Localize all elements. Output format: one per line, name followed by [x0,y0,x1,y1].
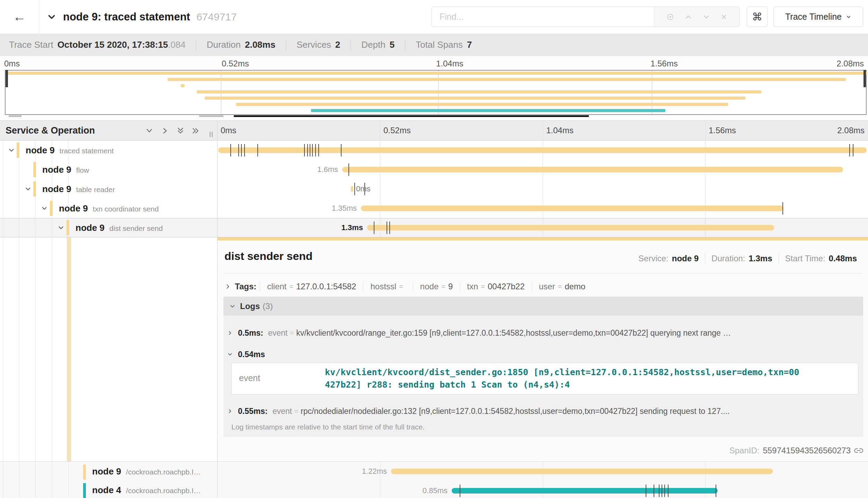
log-value: rpc/nodedialer/nodedialer.go:132 [n9,cli… [301,407,729,416]
trace-id: 6749717 [196,11,237,23]
row-chevron-down-icon[interactable] [8,146,15,154]
summary-services: Services 2 [296,39,351,51]
detail-accent-strip [217,237,868,241]
log-chevron-right-icon [227,408,233,414]
log-row-1[interactable]: 0.5ms: event = kv/kvclient/kvcoord/range… [227,325,861,341]
span-id-value: 5597415943526560273 [763,446,851,455]
tag-key: client [267,282,286,291]
log-marker-tick [230,144,231,156]
clear-search-icon[interactable] [720,13,728,21]
deep-link-icon[interactable] [854,446,863,455]
log-marker-tick [304,144,305,156]
detail-stat-duration: Duration: 1.3ms [705,253,778,264]
expand-one-chevron-right-icon[interactable] [161,126,170,135]
timeline-gridline [705,120,706,237]
log-marker-tick [853,144,853,156]
tree-row-dist-sender-send[interactable]: node 9dist sender send [76,218,163,237]
log-field-value: kv/kvclient/kvcoord/dist_sender.go:1850 … [325,366,802,391]
prev-match-chevron-up-icon[interactable] [684,13,692,21]
back-button[interactable]: ← [0,0,39,34]
detail-divider [223,273,862,274]
timeline-tick-label: 1.04ms [546,120,574,141]
logs-section-header[interactable]: Logs (3) [223,297,863,316]
span-bar-txn-coordinator-send[interactable] [361,206,783,211]
span-bar-flow[interactable] [342,167,843,172]
summary-label: Duration [207,39,241,50]
log-marker-tick [387,221,387,234]
minimap-span-bar [181,84,185,87]
expand-all-chevrons-right-icon[interactable] [191,126,200,135]
tags-row[interactable]: Tags: client = 127.0.0.1:54582 hostssl =… [224,279,592,294]
find-input[interactable] [432,7,654,27]
minimap-viewport-indicator[interactable] [234,115,589,117]
span-bar-node9-request[interactable] [391,469,773,474]
summary-label: Trace Start [9,39,53,50]
tags-chevron-right-icon[interactable] [224,283,231,290]
summary-value: October 15 2020, 17:38:15 [57,39,168,50]
timeline-tick-label: 0.52ms [383,120,411,141]
tree-row-traced-statement[interactable]: node 9traced statement [26,141,114,160]
log-marker-tick [315,144,316,156]
span-bar-node4-request[interactable] [452,488,718,494]
log-marker-tick [348,163,349,176]
detail-span-title: dist sender send [224,250,312,263]
minimap-tick-label: 0ms [4,59,20,69]
keyboard-shortcuts-button[interactable]: ⌘ [747,7,768,27]
tree-row-table-reader[interactable]: node 9table reader [42,179,115,199]
tree-row-node4-request[interactable]: node 4/cockroach.roachpb.I… [92,481,201,498]
log-marker-tick [646,485,646,497]
collapse-all-chevrons-down-icon[interactable] [176,126,185,135]
column-resizer-grip[interactable] [212,132,213,137]
tree-row-txn-coordinator-send[interactable]: node 9txn coordinator send [59,199,159,218]
row-chevron-down-icon[interactable] [57,224,65,232]
timeline-tick-label: 0ms [221,120,236,141]
summary-value: 7 [467,39,472,50]
span-bar-table-reader[interactable] [351,186,353,192]
log-marker-tick [668,485,668,497]
view-dropdown-label: Trace Timeline [785,12,842,22]
minimap-left-scrubber[interactable] [6,70,8,87]
view-dropdown-button[interactable]: Trace Timeline [773,7,863,27]
row-chevron-down-icon[interactable] [41,205,48,212]
log-field-key: event [239,373,260,383]
back-arrow-icon: ← [13,9,26,24]
minimap-scroll-fragment [9,115,21,117]
stat-value: 1.3ms [749,254,772,263]
log-marker-tick [659,485,659,497]
minimap-span-bar [168,78,846,81]
log-row-2-expanded[interactable]: 0.54ms [227,347,861,362]
timeline-tick-label: 2.08ms [837,120,865,141]
summary-value: 2 [335,39,340,50]
column-resizer-grip[interactable] [210,132,211,137]
minimap-right-scrubber[interactable] [863,70,866,87]
service-operation-title: Service & Operation [6,120,95,141]
tree-row-node9-request[interactable]: node 9/cockroach.roachpb.I… [92,462,201,480]
summary-label: Depth [361,39,385,50]
log-value: kv/kvclient/kvcoord/range_iter.go:159 [n… [296,328,731,338]
span-color-bar [17,143,19,158]
minimap-canvas[interactable] [5,70,867,115]
tag-item: txn = 00427b22 [460,282,531,291]
tree-row-flow[interactable]: node 9flow [42,160,89,179]
collapse-trace-chevron-icon[interactable] [46,12,57,22]
tag-equals: = [399,283,403,291]
timeline-tick-label: 1.56ms [709,120,736,141]
next-match-chevron-down-icon[interactable] [702,13,710,21]
log-marker-tick [310,144,310,156]
log-row-3[interactable]: 0.55ms: event = rpc/nodedialer/nodediale… [227,404,861,419]
logs-title: Logs [240,301,260,311]
span-bar-dist-sender-send[interactable] [367,225,774,230]
log-marker-tick [460,485,460,497]
collapse-one-chevron-down-icon[interactable] [145,126,154,135]
summary-trace-start: Trace Start October 15 2020, 17:38:15.08… [9,39,196,51]
span-service: node 9 [92,466,121,477]
detail-stat-service: Service: node 9 [632,253,705,264]
tag-value: 00427b22 [488,282,525,291]
log-marker-tick [244,144,245,156]
row-chevron-down-icon[interactable] [24,185,32,193]
tag-item: user = demo [532,282,592,291]
locate-icon[interactable] [666,13,674,21]
span-operation: /cockroach.roachpb.I… [126,468,201,476]
span-service: node 9 [42,164,71,175]
detail-stat-start-time: Start Time: 0.48ms [779,253,863,264]
